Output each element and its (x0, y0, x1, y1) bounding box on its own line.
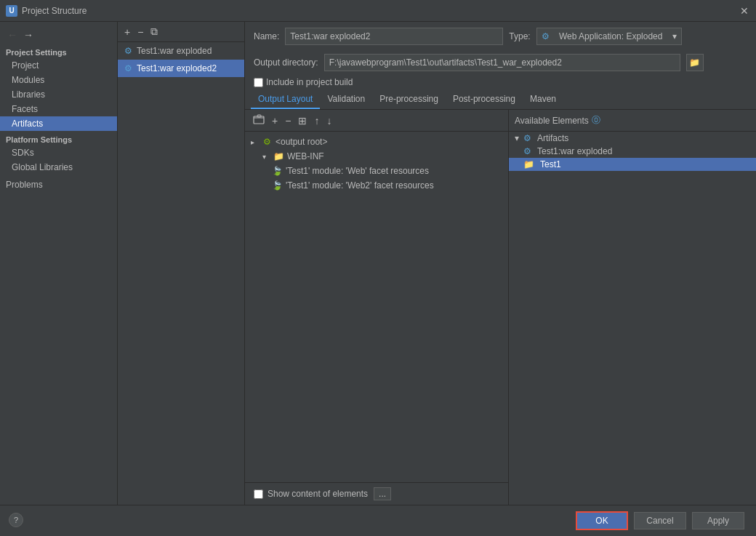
add-artifact-button[interactable]: + (122, 25, 132, 39)
ellipsis-button[interactable]: ... (374, 487, 391, 500)
nav-arrows: ← → (0, 25, 117, 45)
sidebar: ← → Project Settings Project Modules Lib… (0, 22, 118, 505)
available-tree: ▾ ⚙ Artifacts ⚙ Test1:war exploded 📁 Tes… (509, 132, 756, 505)
collapse-arrow-icon: ▸ (251, 138, 258, 146)
output-down-button[interactable]: ↓ (324, 114, 334, 127)
output-extract-button[interactable]: ⊞ (296, 114, 309, 127)
sidebar-item-artifacts[interactable]: Artifacts (0, 116, 117, 131)
output-tree: ▸ ⚙ <output root> ▾ 📁 WEB-INF 🍃 'Test1' … (245, 132, 508, 482)
output-up-button[interactable]: ↑ (312, 114, 321, 127)
tree-item-test1-web2[interactable]: 🍃 'Test1' module: 'Web2' facet resources (245, 178, 508, 193)
name-label: Name: (254, 31, 279, 41)
type-dropdown-icon: ⚙ (542, 31, 550, 41)
module-icon: 🍃 (271, 165, 283, 177)
name-row: Name: Type: ⚙ Web Application: Exploded … (254, 28, 682, 45)
project-structure-window: U Project Structure ✕ ← → Project Settin… (0, 0, 756, 536)
output-add-button[interactable]: + (270, 114, 280, 127)
show-content-label[interactable]: Show content of elements (254, 489, 368, 499)
forward-button[interactable]: → (22, 28, 35, 42)
gear-icon: ⚙ (261, 136, 273, 148)
chevron-down-icon: ▾ (672, 31, 677, 41)
settings-panel: Name: Type: ⚙ Web Application: Exploded … (245, 22, 756, 505)
sidebar-item-facets[interactable]: Facets (0, 102, 117, 116)
sidebar-item-sdks[interactable]: SDKs (0, 145, 117, 160)
avail-item-war-exploded1[interactable]: ⚙ Test1:war exploded (509, 145, 756, 158)
avail-item-test1[interactable]: 📁 Test1 (509, 158, 756, 171)
help-button[interactable]: ? (9, 513, 23, 527)
show-content-checkbox[interactable] (254, 489, 263, 499)
test1-icon: 📁 (523, 159, 534, 169)
platform-settings-header: Platform Settings (0, 131, 117, 145)
war-exploded1-icon: ⚙ (523, 146, 531, 156)
artifacts-group-icon: ⚙ (523, 133, 531, 143)
browse-folder-button[interactable]: 📁 (686, 54, 704, 71)
output-remove-button[interactable]: − (283, 114, 293, 127)
back-button[interactable]: ← (6, 28, 19, 42)
folder-icon: 📁 (273, 151, 284, 162)
avail-item-artifacts-group[interactable]: ▾ ⚙ Artifacts (509, 132, 756, 145)
tab-output-layout[interactable]: Output Layout (251, 90, 320, 109)
tab-pre-processing[interactable]: Pre-processing (372, 90, 446, 109)
artifact-item-war-exploded1[interactable]: ⚙ Test1:war exploded (118, 42, 244, 60)
available-elements-panel: Available Elements ⓪ ▾ ⚙ Artifacts ⚙ Tes… (509, 110, 756, 505)
expand-artifacts-icon: ▾ (515, 133, 519, 143)
tree-item-web-inf[interactable]: ▾ 📁 WEB-INF (245, 149, 508, 164)
tab-content: + − ⊞ ↑ ↓ ▸ ⚙ <output root> ▾ (245, 110, 756, 505)
tree-item-output-root[interactable]: ▸ ⚙ <output root> (245, 135, 508, 149)
type-label: Type: (509, 31, 530, 41)
war-icon-2: ⚙ (122, 63, 134, 74)
settings-header: Name: Type: ⚙ Web Application: Exploded … (245, 22, 756, 51)
tabs-row: Output Layout Validation Pre-processing … (245, 90, 756, 110)
sidebar-item-project[interactable]: Project (0, 58, 117, 73)
folder-icon: 📁 (689, 57, 700, 68)
sidebar-item-modules[interactable]: Modules (0, 73, 117, 87)
folder-add-icon (253, 113, 265, 125)
bottom-bar: Show content of elements ... (245, 482, 508, 505)
main-content: ← → Project Settings Project Modules Lib… (0, 22, 756, 505)
tab-maven[interactable]: Maven (523, 90, 563, 109)
sidebar-item-global-libraries[interactable]: Global Libraries (0, 160, 117, 175)
include-in-build-checkbox[interactable] (254, 78, 263, 87)
tab-validation[interactable]: Validation (320, 90, 372, 109)
question-mark-icon: ⓪ (592, 114, 600, 127)
war-icon: ⚙ (122, 45, 134, 57)
type-dropdown[interactable]: ⚙ Web Application: Exploded ▾ (536, 28, 682, 45)
app-icon: U (6, 5, 17, 17)
cancel-button[interactable]: Cancel (634, 512, 686, 529)
output-dir-input[interactable] (324, 54, 680, 71)
title-bar: U Project Structure ✕ (0, 0, 756, 22)
tab-post-processing[interactable]: Post-processing (446, 90, 523, 109)
footer: OK Cancel Apply (0, 505, 756, 536)
remove-artifact-button[interactable]: − (135, 25, 145, 39)
project-settings-header: Project Settings (0, 45, 117, 58)
artifact-list: ⚙ Test1:war exploded ⚙ Test1:war explode… (118, 42, 244, 505)
artifact-toolbar: + − ⧉ (118, 22, 244, 42)
sidebar-item-libraries[interactable]: Libraries (0, 87, 117, 102)
output-dir-label: Output directory: (254, 57, 318, 68)
name-input[interactable] (285, 28, 503, 45)
artifact-item-war-exploded2[interactable]: ⚙ Test1:war exploded2 (118, 60, 244, 77)
tree-item-test1-web[interactable]: 🍃 'Test1' module: 'Web' facet resources (245, 164, 508, 178)
include-in-build-label[interactable]: Include in project build (254, 77, 353, 87)
sidebar-item-problems[interactable]: Problems (0, 177, 117, 192)
include-build-row: Include in project build (245, 74, 756, 90)
expand-web-inf-icon: ▾ (262, 153, 270, 161)
apply-button[interactable]: Apply (692, 512, 744, 529)
artifact-list-panel: + − ⧉ ⚙ Test1:war exploded ⚙ Test1:war e… (118, 22, 245, 505)
output-layout-panel: + − ⊞ ↑ ↓ ▸ ⚙ <output root> ▾ (245, 110, 509, 505)
available-elements-header: Available Elements ⓪ (509, 110, 756, 132)
close-button[interactable]: ✕ (739, 5, 750, 17)
ok-button[interactable]: OK (576, 511, 628, 530)
module-icon-2: 🍃 (271, 180, 283, 191)
output-create-dir-button[interactable] (251, 113, 267, 128)
window-title: Project Structure (22, 6, 739, 16)
output-toolbar: + − ⊞ ↑ ↓ (245, 110, 508, 132)
copy-artifact-button[interactable]: ⧉ (148, 25, 160, 39)
output-dir-row: Output directory: 📁 (245, 51, 756, 74)
